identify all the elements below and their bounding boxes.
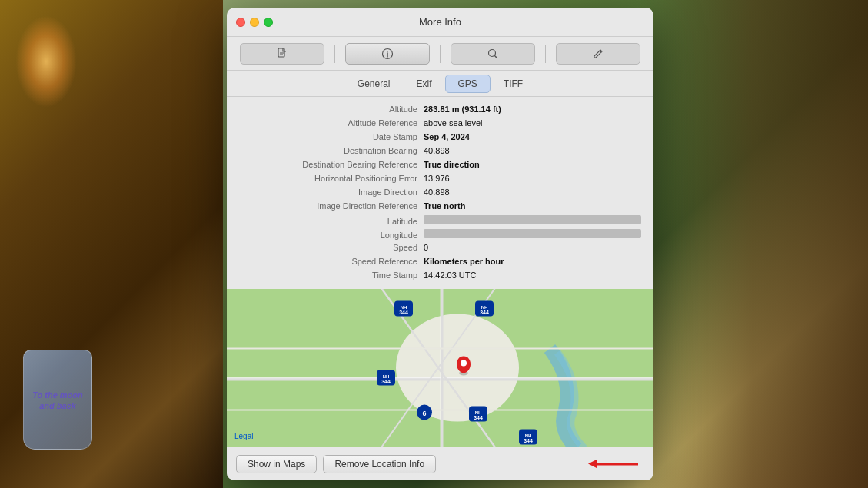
map-legal-link[interactable]: Legal	[234, 432, 253, 440]
desktop-background-left: To the moon and back	[0, 0, 223, 488]
value-dest-bearing: 40.898	[424, 146, 641, 155]
tab-gps[interactable]: GPS	[445, 75, 491, 93]
label-latitude: Latitude	[239, 217, 424, 226]
label-longitude: Longitude	[239, 231, 424, 240]
metadata-row-latitude: Latitude	[227, 214, 653, 227]
toolbar-search-button[interactable]	[451, 43, 535, 65]
label-img-dir: Image Direction	[239, 188, 424, 197]
edit-icon	[592, 48, 604, 60]
label-horiz-error: Horizontal Positioning Error	[239, 174, 424, 183]
metadata-row-img-dir: Image Direction 40.898	[227, 186, 653, 200]
metadata-section: Altitude 283.81 m (931.14 ft) Altitude R…	[227, 97, 653, 289]
value-date-stamp: Sep 4, 2024	[424, 132, 641, 141]
metadata-row-horiz-error: Horizontal Positioning Error 13.976	[227, 172, 653, 186]
close-button[interactable]	[236, 18, 245, 27]
label-altitude-ref: Altitude Reference	[239, 118, 424, 128]
value-speed: 0	[424, 243, 641, 252]
tab-exif[interactable]: Exif	[404, 75, 445, 93]
toolbar-divider-2	[440, 45, 441, 63]
info-icon	[381, 48, 394, 60]
window-title: More Info	[419, 16, 461, 28]
more-info-window: More Info	[227, 8, 653, 480]
minimize-button[interactable]	[250, 18, 259, 27]
value-speed-ref: Kilometers per hour	[424, 257, 641, 266]
toolbar	[227, 37, 653, 71]
tab-tiff[interactable]: TIFF	[491, 75, 536, 93]
footer: Show in Maps Remove Location Info	[227, 447, 653, 480]
metadata-row-img-dir-ref: Image Direction Reference True north	[227, 200, 653, 214]
arrow-head	[588, 459, 597, 468]
value-altitude-ref: above sea level	[424, 118, 641, 128]
label-img-dir-ref: Image Direction Reference	[239, 201, 424, 211]
value-img-dir: 40.898	[424, 188, 641, 197]
value-dest-bearing-ref: True direction	[424, 160, 641, 169]
value-altitude: 283.81 m (931.14 ft)	[424, 105, 641, 114]
toolbar-divider-3	[545, 45, 546, 63]
metadata-row-altitude-ref: Altitude Reference above sea level	[227, 117, 653, 131]
traffic-lights	[236, 18, 273, 27]
value-horiz-error: 13.976	[424, 174, 641, 183]
remove-location-button[interactable]: Remove Location Info	[323, 455, 436, 473]
metadata-row-altitude: Altitude 283.81 m (931.14 ft)	[227, 103, 653, 117]
svg-text:344: 344	[381, 379, 391, 384]
search-icon	[487, 48, 499, 60]
svg-text:344: 344	[399, 310, 408, 315]
tab-general[interactable]: General	[344, 75, 404, 93]
toolbar-divider-1	[334, 45, 335, 63]
arrow-body	[596, 463, 638, 465]
metadata-row-dest-bearing: Destination Bearing 40.898	[227, 144, 653, 158]
label-dest-bearing-ref: Destination Bearing Reference	[239, 160, 424, 169]
map-section[interactable]: NH 344 NH 344 NH 344 6 NH 344 NH	[227, 289, 653, 447]
value-longitude	[424, 229, 641, 238]
svg-text:344: 344	[474, 415, 483, 420]
value-latitude	[424, 215, 641, 224]
tree-decoration	[637, 0, 868, 488]
titlebar: More Info	[227, 8, 653, 37]
toolbar-info-button[interactable]	[345, 43, 430, 65]
label-dest-bearing: Destination Bearing	[239, 146, 424, 155]
metadata-row-longitude: Longitude	[227, 227, 653, 241]
svg-text:344: 344	[480, 310, 489, 315]
value-img-dir-ref: True north	[424, 201, 641, 211]
map-svg: NH 344 NH 344 NH 344 6 NH 344 NH	[227, 289, 653, 447]
toolbar-edit-button[interactable]	[556, 43, 640, 65]
toolbar-file-button[interactable]	[240, 43, 324, 65]
maximize-button[interactable]	[264, 18, 273, 27]
svg-point-4	[387, 51, 388, 52]
svg-line-7	[495, 55, 497, 58]
label-speed-ref: Speed Reference	[239, 257, 424, 266]
label-time-stamp: Time Stamp	[239, 271, 424, 280]
content-area: Altitude 283.81 m (931.14 ft) Altitude R…	[227, 97, 653, 480]
label-date-stamp: Date Stamp	[239, 132, 424, 141]
metadata-row-speed-ref: Speed Reference Kilometers per hour	[227, 255, 653, 269]
metadata-row-date-stamp: Date Stamp Sep 4, 2024	[227, 131, 653, 144]
file-icon	[276, 48, 288, 60]
arrow-annotation	[596, 463, 638, 465]
show-in-maps-button[interactable]: Show in Maps	[236, 455, 317, 473]
value-time-stamp: 14:42:03 UTC	[424, 271, 641, 280]
svg-text:6: 6	[422, 410, 426, 417]
label-speed: Speed	[239, 243, 424, 252]
tabs-row: General Exif GPS TIFF	[227, 71, 653, 97]
label-altitude: Altitude	[239, 105, 424, 114]
svg-text:344: 344	[524, 438, 533, 443]
metadata-row-speed: Speed 0	[227, 241, 653, 255]
metadata-row-time-stamp: Time Stamp 14:42:03 UTC	[227, 269, 653, 283]
metadata-row-dest-bearing-ref: Destination Bearing Reference True direc…	[227, 158, 653, 172]
svg-point-30	[461, 360, 467, 367]
candle-decoration: To the moon and back	[23, 350, 92, 450]
